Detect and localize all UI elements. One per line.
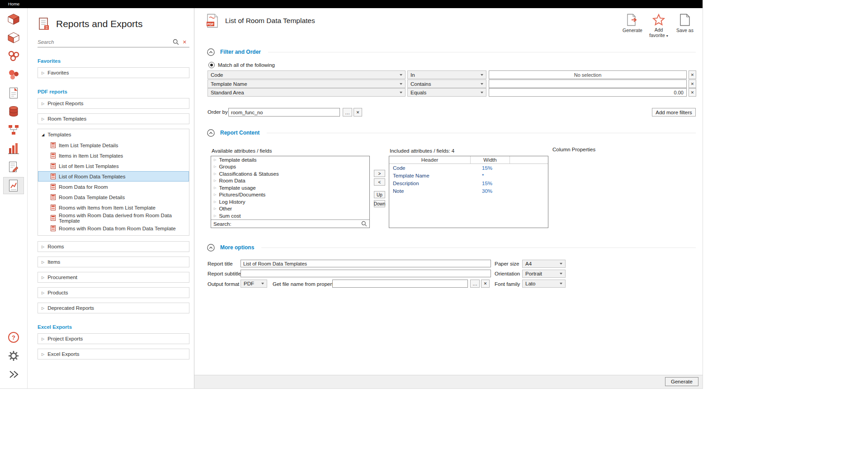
- collapse-section-icon[interactable]: [207, 244, 215, 252]
- collapsed-triangle-icon[interactable]: ▷: [42, 102, 44, 106]
- collapsed-triangle-icon[interactable]: ▷: [42, 117, 44, 121]
- sidebar-item-deprecated-reports[interactable]: ▷ Deprecated Reports: [38, 303, 189, 313]
- tree-item[interactable]: Item List Template Details: [38, 140, 189, 150]
- available-attribute[interactable]: ▷Other: [211, 205, 369, 213]
- clear-search-icon[interactable]: ✕: [183, 39, 187, 45]
- sidebar-item-project-exports[interactable]: ▷ Project Exports: [38, 333, 189, 344]
- rail-item-reports[interactable]: [4, 177, 24, 194]
- match-all-radio[interactable]: [208, 62, 215, 68]
- paper-size-select[interactable]: A4: [522, 260, 566, 268]
- collapsed-triangle-icon[interactable]: ▷: [214, 214, 216, 218]
- remove-filter-button[interactable]: ✕: [689, 88, 696, 97]
- collapsed-triangle-icon[interactable]: ▷: [42, 352, 44, 356]
- filter-value-field[interactable]: 0.00: [489, 88, 687, 97]
- filter-operator-select[interactable]: Equals: [407, 88, 486, 97]
- remove-filter-button[interactable]: ✕: [689, 70, 696, 79]
- collapsed-triangle-icon[interactable]: ▷: [214, 193, 216, 196]
- included-row[interactable]: Note 30%: [389, 187, 548, 195]
- collapsed-triangle-icon[interactable]: ▷: [214, 179, 216, 182]
- move-down-button[interactable]: Down: [374, 200, 385, 207]
- tree-item-selected[interactable]: List of Room Data Templates: [38, 171, 189, 182]
- available-attribute[interactable]: ▷Log History: [211, 198, 369, 205]
- report-subtitle-input[interactable]: [241, 270, 491, 277]
- filter-field-select[interactable]: Standard Area: [208, 88, 406, 97]
- collapsed-triangle-icon[interactable]: ▷: [42, 275, 44, 280]
- search-input[interactable]: [38, 39, 171, 45]
- expanded-triangle-icon[interactable]: ◢: [42, 133, 44, 137]
- generate-button[interactable]: Generate: [619, 14, 646, 39]
- add-attribute-button[interactable]: >: [374, 170, 385, 177]
- collapsed-triangle-icon[interactable]: ▷: [42, 306, 44, 310]
- available-attribute[interactable]: ▷Room Data: [211, 177, 369, 185]
- add-favorite-button[interactable]: Add favorite ▾: [646, 14, 672, 39]
- filter-field-select[interactable]: Code: [208, 70, 406, 79]
- tree-item[interactable]: Items in Item List Templates: [38, 150, 189, 161]
- collapsed-triangle-icon[interactable]: ▷: [42, 245, 44, 249]
- collapsed-triangle-icon[interactable]: ▷: [214, 200, 216, 204]
- rail-item-settings[interactable]: [4, 348, 24, 364]
- filter-field-select[interactable]: Template Name: [208, 79, 406, 88]
- sidebar-item-favorites[interactable]: ▷ Favorites: [38, 67, 189, 78]
- file-name-browse-button[interactable]: …: [470, 280, 480, 288]
- file-name-input[interactable]: [332, 280, 468, 288]
- collapsed-triangle-icon[interactable]: ▷: [214, 172, 216, 176]
- remove-attribute-button[interactable]: <: [374, 178, 385, 186]
- collapsed-triangle-icon[interactable]: ▷: [42, 71, 44, 75]
- order-by-input[interactable]: [228, 108, 340, 117]
- font-family-select[interactable]: Lato: [522, 280, 566, 288]
- collapsed-triangle-icon[interactable]: ▷: [214, 165, 216, 168]
- sidebar-item-templates[interactable]: ◢ Templates: [38, 129, 189, 140]
- rail-item-documents[interactable]: [4, 85, 24, 101]
- collapsed-triangle-icon[interactable]: ▷: [42, 291, 44, 295]
- sidebar-item-items[interactable]: ▷ Items: [38, 257, 189, 267]
- rail-item-workflow[interactable]: [4, 122, 24, 138]
- filter-value-field[interactable]: No selection: [489, 70, 687, 79]
- search-icon[interactable]: [361, 221, 367, 227]
- search-icon[interactable]: [173, 39, 179, 45]
- filter-operator-select[interactable]: In: [407, 70, 486, 79]
- available-attribute[interactable]: ▷Pictures/Documents: [211, 191, 369, 199]
- generate-bottom-button[interactable]: Generate: [665, 377, 698, 386]
- order-by-clear-button[interactable]: ✕: [354, 108, 362, 117]
- collapsed-triangle-icon[interactable]: ▷: [214, 158, 216, 162]
- collapsed-triangle-icon[interactable]: ▷: [42, 337, 44, 341]
- sidebar-item-rooms[interactable]: ▷ Rooms: [38, 241, 189, 252]
- rail-item-database[interactable]: [4, 103, 24, 120]
- rail-item-model[interactable]: [4, 11, 24, 27]
- filter-value-field[interactable]: [489, 79, 687, 88]
- save-as-button[interactable]: Save as: [672, 14, 698, 39]
- included-row[interactable]: Template Name *: [389, 172, 548, 179]
- rail-item-forms[interactable]: [4, 159, 24, 175]
- sidebar-item-project-reports[interactable]: ▷ Project Reports: [38, 98, 189, 109]
- sidebar-item-products[interactable]: ▷ Products: [38, 287, 189, 298]
- available-attribute[interactable]: ▷Classifications & Statuses: [211, 170, 369, 177]
- included-row[interactable]: Description 15%: [389, 179, 548, 187]
- output-format-select[interactable]: PDF: [241, 280, 267, 288]
- sidebar-item-room-templates[interactable]: ▷ Room Templates: [38, 113, 189, 124]
- add-more-filters-button[interactable]: Add more filters: [652, 108, 696, 117]
- collapsed-triangle-icon[interactable]: ▷: [42, 260, 44, 264]
- tree-item[interactable]: Room Data for Room: [38, 182, 189, 192]
- order-by-browse-button[interactable]: …: [343, 108, 352, 117]
- tree-item[interactable]: Rooms with Room Data from Room Data Temp…: [38, 223, 189, 233]
- collapsed-triangle-icon[interactable]: ▷: [214, 207, 216, 210]
- tree-item[interactable]: Rooms with Items from Item List Template: [38, 202, 189, 213]
- rail-item-products[interactable]: [4, 66, 24, 83]
- move-up-button[interactable]: Up: [374, 191, 385, 198]
- available-attribute[interactable]: ▷Groups: [211, 163, 369, 171]
- collapsed-triangle-icon[interactable]: ▷: [214, 186, 216, 190]
- available-attribute[interactable]: ▷Sum cost: [211, 212, 369, 219]
- tree-item[interactable]: List of Item List Templates: [38, 161, 189, 171]
- home-label[interactable]: Home: [8, 1, 19, 6]
- collapse-section-icon[interactable]: [207, 48, 215, 56]
- report-title-input[interactable]: [241, 260, 491, 267]
- rail-item-help[interactable]: ?: [4, 329, 24, 345]
- filter-operator-select[interactable]: Contains: [407, 79, 486, 88]
- rail-item-room-function[interactable]: [4, 29, 24, 46]
- tree-item[interactable]: Room Data Template Details: [38, 192, 189, 202]
- sidebar-item-procurement[interactable]: ▷ Procurement: [38, 272, 189, 283]
- tree-item[interactable]: Rooms with Room Data derived from Room D…: [38, 213, 189, 223]
- file-name-clear-button[interactable]: ✕: [481, 280, 490, 288]
- rail-item-finance[interactable]: [4, 140, 24, 157]
- remove-filter-button[interactable]: ✕: [689, 79, 696, 88]
